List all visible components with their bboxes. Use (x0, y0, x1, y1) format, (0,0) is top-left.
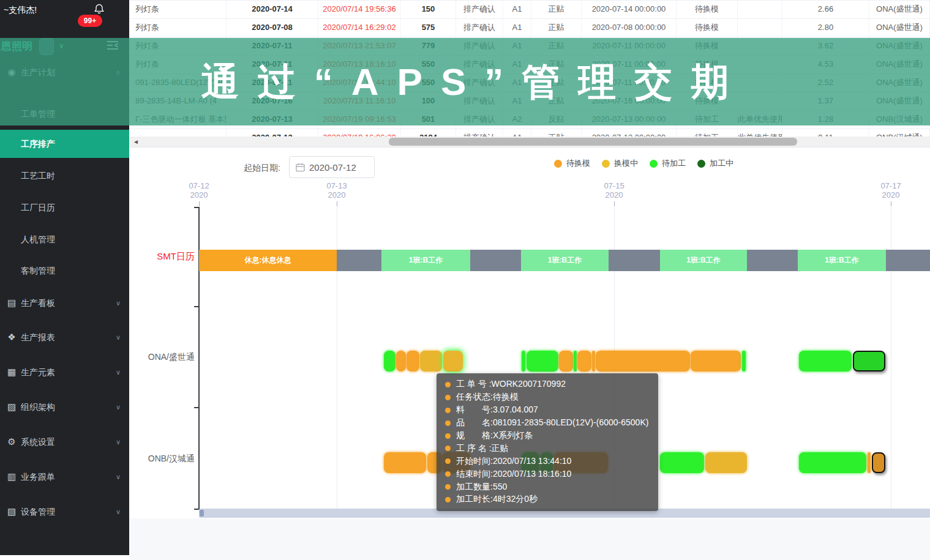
table-cell: A1 (503, 19, 531, 37)
workorder-bar[interactable] (799, 351, 852, 371)
table-cell: Γ-三色驱动一体灯板 基本型 (129, 111, 227, 129)
table-cell: 3.62 (782, 37, 869, 55)
workorder-bar[interactable] (522, 351, 525, 371)
workorder-bar[interactable] (443, 351, 463, 371)
calendar-segment: 1班:B工作 (798, 250, 886, 271)
sidebar-item-客制管理[interactable]: 客制管理 (0, 256, 129, 285)
report-icon: ❖ (6, 323, 18, 351)
workorder-bar[interactable] (853, 351, 885, 371)
tooltip-line: 加工数量:550 (445, 482, 650, 493)
legend-item-加工中: 加工中 (697, 158, 733, 169)
gantt-row-label: ONB/汉城通 (138, 454, 195, 465)
sidebar-item-人机管理[interactable]: 人机管理 (0, 225, 129, 253)
table-cell: 排产确认 (456, 1, 503, 18)
workorder-bar[interactable] (660, 452, 704, 473)
workorder-bar[interactable] (592, 351, 595, 371)
workorder-bar[interactable] (407, 351, 419, 371)
workorder-bar[interactable] (691, 351, 741, 371)
axis-tick (891, 201, 891, 206)
chevron-down-icon[interactable]: ∨ (59, 42, 64, 50)
workorder-bar[interactable] (384, 452, 426, 473)
device-icon: ▧ (6, 498, 18, 526)
workorder-bar[interactable] (705, 452, 747, 473)
axis-date-label: 07-132020 (326, 181, 347, 200)
workorder-bar[interactable] (577, 351, 591, 371)
workorder-bar[interactable] (527, 351, 558, 371)
sidebar-item-label: 工艺工时 (21, 162, 55, 190)
chevron-down-icon: ∨ (116, 393, 121, 421)
workorder-bar[interactable] (799, 452, 866, 473)
table-row[interactable]: 列灯条2020-07-082020/07/14 16:29:02575排产确认A… (129, 19, 930, 37)
workorder-bar[interactable] (559, 351, 573, 371)
gear-icon: ⚙ (6, 428, 18, 456)
sidebar-item-label: 生产元素 (21, 358, 55, 386)
legend-label: 换模中 (614, 158, 638, 169)
sidebar-item-工序排产[interactable]: 工序排产 (0, 130, 129, 158)
legend-label: 待加工 (662, 158, 686, 169)
user-greeting: ~支伟杰! (4, 5, 37, 16)
sidebar-item-工艺工时[interactable]: 工艺工时 (0, 162, 129, 190)
scrollbar-thumb[interactable] (389, 138, 797, 146)
workorder-bar[interactable] (420, 351, 442, 371)
tooltip-text: 规 格:X系列灯条 (456, 430, 533, 441)
table-row[interactable]: 列灯条2020-07-112020/07/13 18:16:10550排产确认A… (129, 56, 930, 74)
sidebar-item-生产报表[interactable]: ❖生产报表∨ (0, 323, 129, 351)
axis-tick (337, 201, 337, 206)
calendar-segment: 1班:B工作 (381, 250, 470, 271)
workorder-bar[interactable] (742, 351, 746, 371)
sidebar-item-生产计划[interactable]: ◉生产计划∧ (0, 58, 129, 86)
table-row[interactable]: 091-2835-80LED(12V)-(602020-07-112020/07… (129, 74, 930, 92)
workorder-bar[interactable] (868, 452, 871, 473)
tooltip-line: 工 序 名 :正贴 (445, 443, 650, 454)
calendar-segment (747, 250, 798, 271)
table-cell: 2020-07-14 00:00:00 (582, 1, 677, 18)
sidebar-item-业务跟单[interactable]: ▥业务跟单∨ (0, 463, 129, 491)
sidebar-item-组织架构[interactable]: ▨组织架构∨ (0, 393, 129, 421)
sidebar-item-生产元素[interactable]: ▦生产元素∨ (0, 358, 129, 386)
table-row[interactable]: 89-2835-14B-LM-A0 (42020-07-162020/07/13… (129, 92, 930, 111)
tooltip-bullet-icon (445, 433, 451, 439)
tooltip-text: 结束时间:2020/07/13 18:16:10 (456, 469, 571, 480)
calendar-segment: 1班:B工作 (521, 250, 609, 271)
table-cell: 2020/07/14 16:29:02 (318, 19, 401, 37)
table-horizontal-scrollbar[interactable]: ◄ (129, 136, 930, 147)
tooltip-line: 结束时间:2020/07/13 18:16:10 (445, 469, 650, 480)
table-cell: 正贴 (531, 92, 582, 110)
sidebar-item-工单管理[interactable]: 工单管理 (0, 100, 129, 128)
sidebar-item-工厂日历[interactable]: 工厂日历 (0, 193, 129, 222)
dashboard-icon: ▤ (6, 289, 18, 317)
sidebar-item-生产看板[interactable]: ▤生产看板∨ (0, 289, 129, 317)
avatar[interactable] (39, 38, 54, 55)
table-cell: 待换模 (677, 37, 738, 55)
workorder-bar[interactable] (596, 351, 690, 371)
workorder-bar[interactable] (384, 351, 396, 371)
workorder-bar[interactable] (574, 351, 577, 371)
table-row[interactable]: 列灯条2020-07-112020/07/13 21:53:07779排产确认A… (129, 37, 930, 56)
table-cell: 2020-07-11 (227, 56, 318, 73)
tooltip-text: 工 序 名 :正贴 (456, 443, 509, 454)
scroll-left-arrow-icon[interactable]: ◄ (133, 138, 139, 146)
sidebar-item-系统设置[interactable]: ⚙系统设置∨ (0, 428, 129, 456)
axis-tick (199, 201, 200, 206)
workorder-bar[interactable] (872, 452, 885, 473)
tooltip-bullet-icon (445, 458, 451, 464)
sidebar-item-label: 工序排产 (21, 130, 55, 158)
menu-collapse-icon[interactable] (106, 40, 119, 53)
tooltip-line: 任务状态:待换模 (445, 392, 650, 403)
sidebar-item-设备管理[interactable]: ▧设备管理∨ (0, 498, 129, 526)
table-cell: ONA(盛世通) (869, 1, 930, 18)
table-cell: 1.28 (782, 111, 869, 129)
table-cell: 2020-07-16 00:00:00 (582, 92, 677, 110)
workorder-bar[interactable] (396, 351, 406, 371)
legend-item-换模中: 换模中 (602, 158, 638, 169)
table-cell: 4.53 (782, 56, 869, 73)
table-row[interactable]: Γ-三色驱动一体灯板 基本型2020-07-132020/07/19 09:16… (129, 111, 930, 129)
table-cell: 列灯条 (129, 37, 227, 55)
start-date-input[interactable]: 2020-07-12 (289, 156, 375, 178)
table-cell: 正贴 (531, 19, 582, 37)
chevron-down-icon: ∨ (116, 289, 121, 317)
table-row[interactable]: 列灯条2020-07-142020/07/14 19:56:36150排产确认A… (129, 1, 930, 19)
sidebar-item-label: 设备管理 (21, 498, 55, 526)
gantt-scrollbar-nub[interactable] (200, 510, 204, 517)
table-cell: 501 (401, 111, 456, 129)
